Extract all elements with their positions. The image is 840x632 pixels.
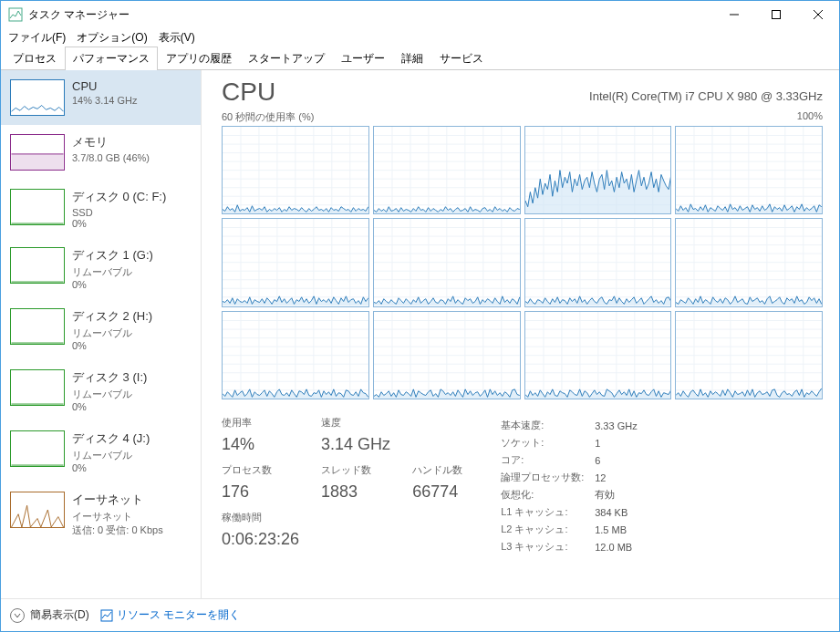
cpu-core-chart-10 [524, 311, 672, 399]
spec-row: L1 キャッシュ:384 KB [501, 504, 647, 520]
cpu-core-chart-0 [222, 126, 369, 214]
tab-スタートアップ[interactable]: スタートアップ [240, 47, 333, 70]
stat-value: 3.14 GHz [321, 435, 390, 458]
simple-view-button[interactable]: 簡易表示(D) [10, 607, 89, 623]
maximize-button[interactable] [755, 1, 797, 28]
titlebar: タスク マネージャー [1, 1, 839, 28]
tab-パフォーマンス[interactable]: パフォーマンス [65, 47, 158, 70]
cpu-core-chart-11 [675, 311, 823, 399]
sidebar-info: ディスク 1 (G:)リムーバブル0% [72, 247, 153, 290]
sidebar-item-メモリ[interactable]: メモリ3.7/8.0 GB (46%) [1, 125, 201, 180]
sidebar-info: メモリ3.7/8.0 GB (46%) [72, 134, 150, 171]
sidebar-thumb [10, 308, 65, 345]
stat-value: 14% [222, 435, 299, 458]
svg-rect-2 [773, 11, 781, 19]
cpu-grid [222, 126, 823, 399]
stat-label: 使用率 [222, 416, 299, 433]
app-title: タスク マネージャー [28, 7, 130, 23]
cpu-core-chart-6 [524, 218, 672, 306]
cpu-core-chart-9 [373, 311, 521, 399]
sidebar-thumb [10, 247, 65, 284]
cpu-model: Intel(R) Core(TM) i7 CPU X 980 @ 3.33GHz [589, 89, 823, 103]
grid-right-label: 100% [797, 110, 823, 124]
tab-プロセス[interactable]: プロセス [5, 47, 65, 70]
sidebar-info: CPU14% 3.14 GHz [72, 79, 138, 116]
stats-left: 使用率速度14%3.14 GHzプロセス数スレッド数ハンドル数176188366… [222, 416, 462, 556]
minimize-button[interactable] [713, 1, 755, 28]
stat-value [412, 530, 462, 553]
tab-サービス[interactable]: サービス [431, 47, 492, 70]
spec-row: コア:6 [501, 452, 647, 468]
sidebar-item-ディスク 2 (H:)[interactable]: ディスク 2 (H:)リムーバブル0% [1, 299, 201, 360]
stat-label [412, 416, 462, 433]
spec-row: ソケット:1 [501, 435, 647, 451]
sidebar-thumb [10, 492, 65, 528]
cpu-core-chart-7 [675, 218, 823, 306]
spec-row: 基本速度:3.33 GHz [501, 418, 647, 433]
close-button[interactable] [797, 1, 839, 28]
cpu-core-chart-8 [222, 311, 369, 399]
footer: 簡易表示(D) リソース モニターを開く [1, 598, 839, 631]
stat-value [412, 435, 462, 458]
menu-item[interactable]: 表示(V) [159, 30, 195, 46]
sidebar-info: ディスク 0 (C: F:)SSD0% [72, 189, 166, 229]
sidebar-thumb [10, 430, 65, 467]
sidebar-item-ディスク 3 (I:)[interactable]: ディスク 3 (I:)リムーバブル0% [1, 360, 201, 421]
spec-row: 仮想化:有効 [501, 487, 647, 502]
main-panel: CPU Intel(R) Core(TM) i7 CPU X 980 @ 3.3… [202, 70, 839, 598]
chevron-down-icon [10, 608, 25, 623]
tab-詳細[interactable]: 詳細 [393, 47, 431, 70]
menu-item[interactable]: ファイル(F) [8, 30, 66, 46]
sidebar-info: ディスク 3 (I:)リムーバブル0% [72, 369, 147, 412]
sidebar-item-ディスク 4 (J:)[interactable]: ディスク 4 (J:)リムーバブル0% [1, 421, 201, 482]
stat-value: 1883 [321, 482, 390, 505]
stat-value: 66774 [412, 482, 462, 505]
menu-item[interactable]: オプション(O) [77, 30, 147, 46]
sidebar-item-イーサネット[interactable]: イーサネットイーサネット送信: 0 受信: 0 Kbps [1, 482, 201, 546]
cpu-core-chart-5 [373, 218, 521, 306]
resource-monitor-link[interactable]: リソース モニターを開く [100, 607, 240, 623]
tab-ユーザー[interactable]: ユーザー [333, 47, 393, 70]
stat-value [321, 530, 390, 553]
spec-row: L2 キャッシュ:1.5 MB [501, 522, 647, 537]
sidebar-thumb [10, 79, 65, 116]
spec-row: L3 キャッシュ:12.0 MB [501, 539, 647, 554]
page-title: CPU [222, 78, 275, 107]
tabbar: プロセスパフォーマンスアプリの履歴スタートアップユーザー詳細サービス [1, 47, 839, 70]
stat-value: 176 [222, 482, 299, 505]
tab-アプリの履歴[interactable]: アプリの履歴 [158, 47, 240, 70]
stat-label: スレッド数 [321, 463, 390, 481]
cpu-core-chart-3 [675, 126, 823, 214]
app-icon [8, 7, 23, 22]
cpu-core-chart-2 [524, 126, 672, 214]
svg-rect-6 [12, 154, 64, 170]
stat-label [321, 511, 390, 528]
grid-left-label: 60 秒間の使用率 (%) [222, 110, 314, 124]
sidebar-info: ディスク 4 (J:)リムーバブル0% [72, 430, 150, 473]
sidebar-item-ディスク 0 (C: F:)[interactable]: ディスク 0 (C: F:)SSD0% [1, 180, 201, 238]
sidebar-thumb [10, 189, 65, 225]
stat-label: プロセス数 [222, 463, 299, 481]
cpu-core-chart-1 [373, 126, 521, 214]
stat-label: 速度 [321, 416, 390, 433]
sidebar: CPU14% 3.14 GHzメモリ3.7/8.0 GB (46%)ディスク 0… [1, 70, 202, 598]
sidebar-item-CPU[interactable]: CPU14% 3.14 GHz [1, 70, 201, 125]
resource-monitor-icon [100, 609, 113, 622]
stat-value: 0:06:23:26 [222, 530, 299, 553]
stats-right: 基本速度:3.33 GHzソケット:1コア:6論理プロセッサ数:12仮想化:有効… [499, 416, 648, 556]
sidebar-info: ディスク 2 (H:)リムーバブル0% [72, 308, 152, 351]
spec-row: 論理プロセッサ数:12 [501, 470, 647, 485]
sidebar-item-ディスク 1 (G:)[interactable]: ディスク 1 (G:)リムーバブル0% [1, 238, 201, 299]
stat-label: 稼働時間 [222, 511, 299, 528]
menubar: ファイル(F)オプション(O)表示(V) [1, 28, 839, 47]
sidebar-info: イーサネットイーサネット送信: 0 受信: 0 Kbps [72, 492, 163, 537]
stat-label [412, 511, 462, 528]
sidebar-thumb [10, 369, 65, 406]
stat-label: ハンドル数 [412, 463, 462, 481]
cpu-core-chart-4 [222, 218, 369, 306]
sidebar-thumb [10, 134, 65, 171]
